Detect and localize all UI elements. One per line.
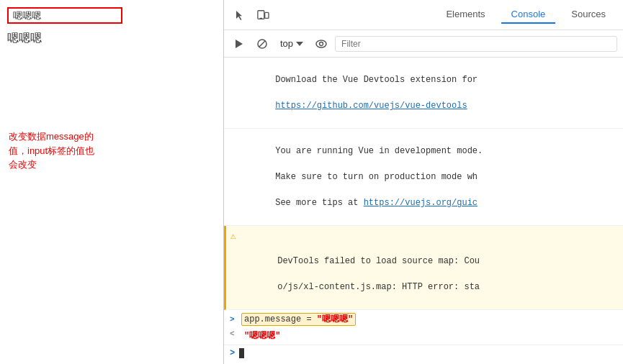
eye-icon[interactable]: [312, 35, 331, 53]
tab-sources[interactable]: Sources: [561, 6, 616, 24]
result-value: "嗯嗯嗯": [244, 331, 280, 341]
warning-icon: ⚠: [230, 229, 236, 244]
annotation: 改变数据message的 值，input标签的值也 会改变: [9, 129, 94, 172]
svg-line-5: [259, 41, 265, 47]
svg-rect-0: [258, 10, 264, 19]
cmd-highlight: app.message = "嗯嗯嗯": [241, 313, 356, 326]
context-selector[interactable]: top: [276, 37, 308, 50]
console-input-line[interactable]: >: [224, 345, 623, 361]
message-input[interactable]: [7, 7, 122, 24]
clear-icon[interactable]: [253, 35, 272, 53]
console-command-line: > app.message = "嗯嗯嗯": [224, 310, 623, 328]
devtools-panel: Elements Console Sources top: [223, 0, 623, 364]
tab-elements[interactable]: Elements: [436, 6, 495, 24]
result-chevron: <: [230, 329, 235, 338]
display-message: 嗯嗯嗯: [7, 31, 216, 46]
cmd-string: "嗯嗯嗯": [317, 314, 353, 324]
context-label: top: [280, 38, 293, 49]
console-line-devtools: Download the Vue Devtools extension for …: [224, 58, 623, 129]
console-output: Download the Vue Devtools extension for …: [224, 58, 623, 364]
annotation-line2: 值，input标签的值也: [9, 145, 94, 156]
devtools-toolbar2: top: [224, 30, 623, 58]
inspect-icon[interactable]: [230, 5, 250, 25]
devtools-link[interactable]: https://github.com/vuejs/vue-devtools: [275, 101, 467, 111]
svg-rect-1: [265, 12, 269, 18]
input-chevron: >: [230, 348, 235, 358]
execute-icon[interactable]: [230, 35, 248, 53]
annotation-line3: 会改变: [9, 159, 37, 170]
cmd-before: app.message =: [244, 314, 317, 324]
annotation-line1: 改变数据message的: [9, 131, 94, 142]
svg-marker-3: [236, 40, 243, 48]
svg-point-7: [320, 42, 323, 45]
cursor: [239, 348, 244, 358]
console-line-devmode: You are running Vue in development mode.…: [224, 129, 623, 226]
console-line-warning: ⚠ DevTools failed to load source map: Co…: [224, 226, 623, 310]
vuejs-link[interactable]: https://vuejs.org/guic: [364, 198, 478, 208]
device-icon[interactable]: [253, 5, 273, 25]
console-result-line: < "嗯嗯嗯": [224, 328, 623, 345]
devtools-topbar: Elements Console Sources: [224, 0, 623, 30]
filter-input[interactable]: [335, 36, 617, 52]
cmd-chevron: >: [230, 315, 235, 324]
cmd-text: app.message = "嗯嗯嗯": [241, 313, 356, 325]
left-panel: 嗯嗯嗯 改变数据message的 值，input标签的值也 会改变: [0, 0, 223, 364]
tab-console[interactable]: Console: [501, 6, 556, 24]
svg-point-6: [316, 40, 326, 47]
